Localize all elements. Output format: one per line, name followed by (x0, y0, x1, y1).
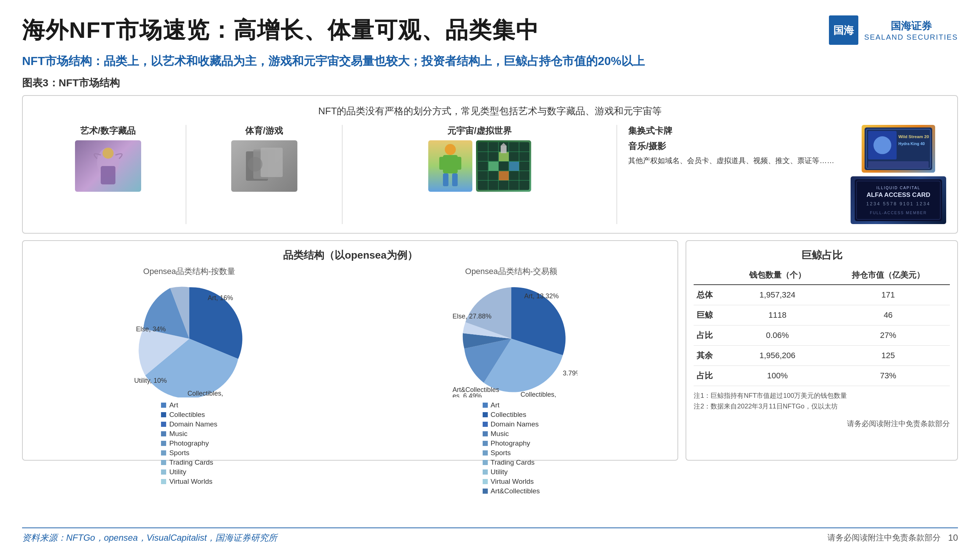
legend2-label-art: Art (491, 401, 500, 409)
legend2-item-trading: Trading Cards (483, 459, 540, 467)
row-wallets-pct1: 0.06% (729, 325, 827, 345)
svg-text:Wild Stream 20: Wild Stream 20 (898, 134, 929, 139)
svg-text:1234  5578  9101  1234: 1234 5578 9101 1234 (866, 201, 931, 206)
row-wallets-whale: 1118 (729, 305, 827, 325)
legend2-dot-art (483, 403, 488, 408)
svg-text:Else, 34%: Else, 34% (136, 326, 166, 333)
row-label-pct2: 占比 (694, 365, 728, 386)
page: 海外NFT市场速览：高增长、体量可观、品类集中 国海 国海证券 SEALAND … (0, 0, 980, 551)
legend-item-domain: Domain Names (161, 420, 217, 428)
table-row: 总体 1,957,324 171 (694, 285, 950, 305)
pie1-container: Art, 16% Else, 34% Utility, 10% Collecti… (130, 280, 248, 397)
divider-1 (186, 125, 186, 224)
footer-source: 资料来源：NFTGo，opensea，VisualCapitalist，国海证券… (22, 532, 277, 544)
legend2-label-sports: Sports (491, 449, 511, 457)
pie-section-1: Opensea品类结构-按数量 (30, 266, 348, 442)
charts-row: Opensea品类结构-按数量 (30, 266, 670, 442)
col-header-wallets: 钱包数量（个） (729, 266, 827, 285)
legend2-label-artcol: Art&Collectibles (491, 487, 540, 495)
top-card: NFT的品类没有严格的划分方式，常见类型包括艺术与数字藏品、游戏和元宇宙等 艺术… (22, 95, 958, 233)
svg-text:ILLIQUID CAPITAL: ILLIQUID CAPITAL (877, 186, 920, 189)
legend2-item-collectibles: Collectibles (483, 411, 540, 419)
table-row: 占比 0.06% 27% (694, 325, 950, 345)
row-label-whale: 巨鲸 (694, 305, 728, 325)
svg-text:3.79%: 3.79% (563, 370, 578, 377)
svg-rect-12 (443, 155, 458, 173)
legend-label-collectibles: Collectibles (169, 411, 205, 419)
logo-text: 国海证券 SEALAND SECURITIES (864, 19, 958, 41)
row-value-rest: 125 (826, 345, 950, 365)
svg-text:FULL-ACCESS MEMBER: FULL-ACCESS MEMBER (870, 211, 927, 215)
category-sports-label: 体育/游戏 (245, 125, 283, 137)
svg-text:Utility, 10%: Utility, 10% (134, 377, 167, 384)
legend2-dot-virtual (483, 479, 488, 484)
svg-text:Art, 13.32%: Art, 13.32% (524, 292, 559, 300)
note-1: 注1：巨鲸指持有NFT市值超过100万美元的钱包数量 (694, 391, 950, 401)
legend-item-collectibles: Collectibles (161, 411, 217, 419)
top-card-description: NFT的品类没有严格的划分方式，常见类型包括艺术与数字藏品、游戏和元宇宙等 (34, 105, 946, 118)
legend2-label-domain: Domain Names (491, 420, 539, 428)
legend2-label-music: Music (491, 430, 509, 438)
legend-dot-domain (161, 422, 166, 427)
legend-dot-virtual (161, 479, 166, 484)
bottom-section: 品类结构（以opensea为例） Opensea品类结构-按数量 (22, 240, 958, 460)
pie1-svg: Art, 16% Else, 34% Utility, 10% Collecti… (130, 280, 248, 397)
svg-text:Art, 16%: Art, 16% (208, 294, 233, 302)
legend-label-domain: Domain Names (169, 420, 217, 428)
legend-label-virtual: Virtual Worlds (169, 478, 212, 486)
legend2-item-virtual: Virtual Worlds (483, 478, 540, 486)
legend-label-sports: Sports (169, 449, 189, 457)
legend2-item-utility: Utility (483, 468, 540, 476)
category-art-image (75, 140, 141, 192)
legend2-dot-sports (483, 450, 488, 456)
pie-section-2: Opensea品类结构-交易额 (352, 266, 670, 442)
cat-other-label: 其他产权如域名、会员卡、虚拟道具、视频、推文、票证等…… (628, 156, 851, 166)
footer-disclaimer: 请务必阅读附注中免责条款部分 (827, 532, 941, 543)
category-art: 艺术/数字藏品 (34, 125, 182, 192)
legend2-item-music: Music (483, 430, 540, 438)
chart-label: 图表3：NFT市场结构 (22, 76, 958, 90)
legend2-item-artcol: Art&Collectibles (483, 487, 540, 495)
main-title: 海外NFT市场速览：高增长、体量可观、品类集中 (22, 15, 539, 46)
svg-point-11 (445, 144, 456, 155)
legend2-dot-artcol (483, 489, 488, 494)
page-number: 10 (948, 533, 958, 543)
svg-rect-28 (509, 162, 519, 171)
legend-label-music: Music (169, 430, 188, 438)
legend-2: Art Collectibles Domain Names Music (483, 401, 540, 495)
access-card-image: ILLIQUID CAPITAL ALFA ACCESS CARD 1234 5… (851, 176, 946, 224)
right-panel: 巨鲸占比 钱包数量（个） 持仓市值（亿美元） 总体 1,957,324 171 (686, 240, 958, 460)
row-wallets-pct2: 100% (729, 365, 827, 386)
note-2: 注2：数据来自2022年3月11日NFTGo，仅以太坊 (694, 401, 950, 412)
legend-item-trading: Trading Cards (161, 459, 217, 467)
row-value-whale: 46 (826, 305, 950, 325)
category-sports: 体育/游戏 (190, 125, 338, 192)
legend-item-virtual: Virtual Worlds (161, 478, 217, 486)
svg-rect-15 (443, 173, 449, 186)
row-wallets-rest: 1,956,206 (729, 345, 827, 365)
legend-label-photo: Photography (169, 439, 209, 448)
svg-text:Hydra King 40: Hydra King 40 (898, 141, 925, 146)
row-value-pct1: 27% (826, 325, 950, 345)
left-panel: 品类结构（以opensea为例） Opensea品类结构-按数量 (22, 240, 678, 460)
row-wallets-total: 1,957,324 (729, 285, 827, 305)
note-text: 注1：巨鲸指持有NFT市值超过100万美元的钱包数量 注2：数据来自2022年3… (694, 391, 950, 412)
legend2-label-photo: Photography (491, 439, 530, 448)
table-row: 其余 1,956,206 125 (694, 345, 950, 365)
svg-rect-5 (101, 166, 115, 184)
legend2-item-sports: Sports (483, 449, 540, 457)
trading-card-image: Wild Stream 20 Hydra King 40 (862, 125, 935, 173)
legend-dot-sports (161, 450, 166, 456)
meta-grid-image (476, 140, 531, 192)
legend-item-music: Music (161, 430, 217, 438)
legend2-item-photo: Photography (483, 439, 540, 448)
footer: 资料来源：NFTGo，opensea，VisualCapitalist，国海证券… (22, 527, 958, 544)
category-art-label: 艺术/数字藏品 (80, 125, 136, 137)
legend2-label-utility: Utility (491, 468, 508, 476)
footer-right: 请务必阅读附注中免责条款部分 10 (827, 532, 958, 543)
svg-text:Else, 27.88%: Else, 27.88% (452, 313, 492, 320)
metaverse-images (428, 140, 531, 192)
svg-point-35 (873, 136, 891, 154)
panel-footer-note: 请务必阅读附注中免责条款部分 (694, 419, 950, 429)
legend2-label-collectibles: Collectibles (491, 411, 527, 419)
